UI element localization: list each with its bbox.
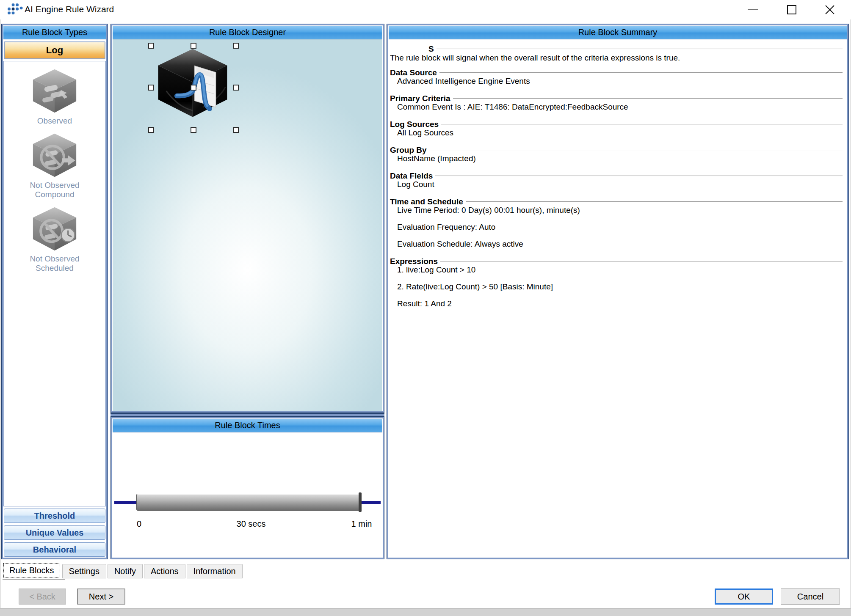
active-tab-underline	[3, 579, 65, 580]
rule-block-designer-panel: Rule Block Designer	[111, 24, 384, 413]
list-item-not-observed-scheduled[interactable]: Not Observed Scheduled	[19, 205, 91, 273]
title-bar: AI Engine Rule Wizard	[0, 0, 851, 19]
log-type-button[interactable]: Log	[4, 41, 105, 59]
maximize-button[interactable]	[778, 0, 805, 19]
section-title: Group By	[390, 146, 427, 155]
section-value: Advanced Intelligence Engine Events	[390, 77, 843, 85]
group-rule-line	[435, 176, 843, 176]
list-item-label: Not Observed Compound	[19, 181, 91, 199]
log-rule-block-cube[interactable]	[154, 46, 231, 119]
rule-block-type-list: Observed Not Observed Compound	[3, 61, 106, 506]
summary-section-data-fields: Data Fields Log Count	[390, 171, 843, 189]
tab-notify[interactable]: Notify	[108, 564, 143, 578]
summary-section-data-source: Data Source Advanced Intelligence Engine…	[390, 68, 843, 85]
rule-block-summary-panel: Rule Block Summary S The rule block will…	[387, 24, 849, 559]
section-value: HostName (Impacted)	[390, 154, 843, 163]
section-value: All Log Sources	[390, 129, 843, 137]
section-value: 1. live:Log Count > 10	[390, 266, 843, 274]
rule-block-times-header: Rule Block Times	[113, 419, 382, 432]
rule-block-times-canvas: 0 30 secs 1 min	[113, 432, 382, 557]
designer-canvas[interactable]	[113, 39, 382, 411]
maximize-icon	[787, 5, 796, 14]
section-value: Log Count	[390, 180, 843, 189]
ok-button[interactable]: OK	[715, 588, 773, 605]
signal-group-label: S	[428, 44, 434, 54]
tab-information[interactable]: Information	[187, 564, 243, 578]
selection-handle-top-left[interactable]	[148, 43, 154, 49]
unique-values-button[interactable]: Unique Values	[4, 525, 105, 540]
summary-section-group-by: Group By HostName (Impacted)	[390, 146, 843, 163]
log-cube-icon	[154, 46, 231, 119]
rule-block-summary-header: Rule Block Summary	[389, 26, 847, 39]
group-rule-line	[429, 150, 843, 151]
ai-engine-rule-wizard-window: { "window": { "title": "AI Engine Rule W…	[0, 0, 851, 616]
close-icon	[824, 4, 835, 15]
list-item-label: Not Observed Scheduled	[19, 254, 91, 273]
section-title: Data Source	[390, 68, 437, 77]
tab-actions[interactable]: Actions	[144, 564, 185, 578]
section-title: Log Sources	[390, 120, 439, 129]
summary-section-log-sources: Log Sources All Log Sources	[390, 120, 843, 137]
summary-section-expressions: Expressions 1. live:Log Count > 10 2. Ra…	[390, 257, 843, 291]
wizard-tabstrip: Rule Blocks Settings Notify Actions Info…	[3, 562, 243, 578]
selection-handle-bottom-left[interactable]	[148, 127, 154, 133]
minimize-button[interactable]	[739, 0, 766, 19]
section-value: 2. Rate(live:Log Count) > 50 [Basis: Min…	[390, 283, 843, 291]
section-value: Evaluation Frequency: Auto	[390, 223, 843, 231]
threshold-button[interactable]: Threshold	[4, 509, 105, 523]
rule-block-designer-header: Rule Block Designer	[113, 26, 382, 39]
section-title: Time and Schedule	[390, 197, 463, 206]
timeline-tick-end: 1 min	[345, 519, 379, 529]
group-rule-line	[440, 261, 843, 262]
section-value: Evaluation Schedule: Always active	[390, 240, 843, 248]
selection-handle-middle-right[interactable]	[233, 85, 239, 91]
tab-rule-blocks[interactable]: Rule Blocks	[3, 562, 61, 578]
selection-handle-bottom-right[interactable]	[233, 127, 239, 133]
next-button[interactable]: Next >	[77, 588, 125, 605]
not-observed-compound-cube-icon	[29, 132, 80, 179]
rule-block-summary-body: S The rule block will signal when the ov…	[389, 39, 847, 557]
section-title: Primary Criteria	[390, 94, 450, 103]
group-rule-line	[437, 49, 843, 50]
observed-cube-icon	[29, 67, 80, 115]
window-title: AI Engine Rule Wizard	[25, 4, 114, 14]
selection-handle-top-center[interactable]	[191, 43, 196, 49]
timeline-tick-start: 0	[137, 519, 141, 529]
section-title: Data Fields	[390, 171, 433, 181]
list-item-label: Observed	[19, 116, 91, 126]
group-rule-line	[439, 72, 843, 73]
group-rule-line	[453, 98, 843, 99]
selection-handle-top-right[interactable]	[233, 43, 239, 49]
timeline-tick-middle: 30 secs	[232, 519, 270, 529]
selection-handle-middle-left[interactable]	[148, 85, 154, 91]
section-value: Live Time Period: 0 Day(s) 00:01 hour(s)…	[390, 206, 843, 214]
group-rule-line	[441, 124, 843, 125]
list-item-observed[interactable]: Observed	[19, 67, 91, 126]
panel-divider	[111, 413, 384, 417]
section-value: Common Event Is : AIE: T1486: DataEncryp…	[390, 103, 843, 111]
selection-handle-bottom-center[interactable]	[191, 127, 196, 133]
timeline-range-bar[interactable]	[136, 494, 362, 511]
result-line: Result: 1 And 2	[390, 300, 843, 308]
signal-group-header: S	[390, 44, 843, 53]
close-button[interactable]	[816, 0, 843, 19]
summary-section-time-and-schedule: Time and Schedule Live Time Period: 0 Da…	[390, 197, 843, 248]
minimize-icon	[748, 9, 758, 10]
rule-block-times-panel: Rule Block Times 0 30 secs 1 min	[111, 417, 384, 559]
window-bottom-strip	[0, 608, 851, 616]
behavioral-button[interactable]: Behavioral	[4, 542, 105, 557]
tab-settings[interactable]: Settings	[62, 564, 106, 578]
signal-description: The rule block will signal when the over…	[390, 53, 843, 62]
not-observed-scheduled-cube-icon	[29, 205, 80, 253]
app-logo-icon	[7, 1, 25, 18]
section-title: Expressions	[390, 257, 438, 266]
rule-block-types-header: Rule Block Types	[3, 26, 106, 39]
list-item-not-observed-compound[interactable]: Not Observed Compound	[19, 132, 91, 199]
cancel-button[interactable]: Cancel	[781, 588, 840, 605]
summary-section-primary-criteria: Primary Criteria Common Event Is : AIE: …	[390, 94, 843, 111]
back-button[interactable]: < Back	[19, 588, 66, 605]
selection-handle-middle-center[interactable]	[191, 85, 196, 91]
group-rule-line	[466, 201, 843, 202]
rule-block-types-panel: Rule Block Types Log Observed	[1, 24, 108, 559]
